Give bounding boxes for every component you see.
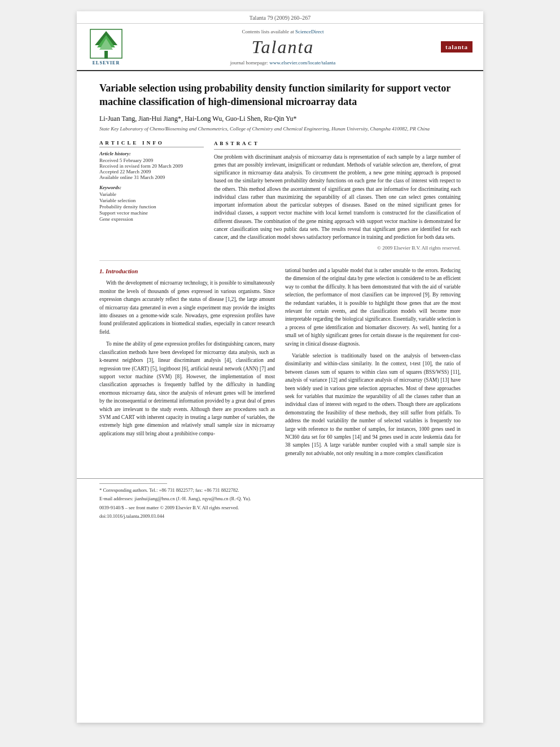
para-4-text: Variable selection is traditionally base… [285, 352, 461, 457]
history-label: Article history: [99, 151, 204, 156]
issn-footnote: 0039-9140/$ – see front matter © 2009 El… [99, 505, 461, 512]
intro-para-1: With the development of microarray techn… [99, 279, 275, 336]
section-divider [99, 260, 461, 261]
intro-para-4: Variable selection is traditionally base… [285, 352, 461, 457]
section-num: 1. [99, 268, 104, 274]
para-3-text: tational burden and a lapsable model tha… [285, 268, 461, 347]
accepted-date: Accepted 22 March 2009 [99, 169, 204, 174]
keywords-label: Keywords: [99, 185, 204, 190]
affiliation: State Key Laboratory of Chemo/Biosensing… [99, 125, 461, 133]
abstract-text: One problem with discriminant analysis o… [214, 153, 461, 242]
keyword-4: Support vector machine [99, 210, 204, 216]
article-info-col: A R T I C L E I N F O Article history: R… [99, 140, 204, 252]
journal-homepage: journal homepage: www.elsevier.com/locat… [230, 60, 335, 65]
journal-citation: Talanta 79 (2009) 260–267 [250, 15, 310, 21]
sciencedirect-prefix: Contents lists available at [242, 29, 294, 34]
journal-homepage-url[interactable]: www.elsevier.com/locate/talanta [269, 60, 335, 65]
received-date: Received 5 February 2009 [99, 158, 204, 163]
body-right-col: tational burden and a lapsable model tha… [285, 267, 461, 461]
keyword-5: Gene expression [99, 216, 204, 222]
elsevier-logo: ELSEVIER [84, 28, 129, 65]
para-2-text: To mine the ability of gene expression p… [99, 340, 275, 438]
authors: Li-Juan Tang, Jian-Hui Jiang*, Hai-Long … [99, 115, 461, 123]
doi-footnote: doi:10.1016/j.talanta.2009.03.044 [99, 513, 461, 519]
elsevier-text: ELSEVIER [93, 60, 120, 65]
article-title: Variable selection using probability den… [99, 81, 461, 109]
talanta-badge: talanta [437, 28, 476, 65]
info-abstract-section: A R T I C L E I N F O Article history: R… [99, 140, 461, 252]
abstract-col: A B S T R A C T One problem with discrim… [214, 140, 461, 252]
copyright-line: © 2009 Elsevier B.V. All rights reserved… [214, 244, 461, 252]
keyword-3: Probability density function [99, 204, 204, 209]
journal-center: Contents lists available at ScienceDirec… [134, 28, 431, 65]
para-1-text: With the development of microarray techn… [99, 279, 275, 336]
abstract-heading: A B S T R A C T [214, 140, 461, 150]
section-title-text: Introduction [106, 268, 138, 274]
journal-header: ELSEVIER Contents lists available at Sci… [77, 24, 483, 71]
article-info-heading: A R T I C L E I N F O [99, 140, 204, 147]
keyword-2: Variable selection [99, 198, 204, 203]
intro-para-2: To mine the ability of gene expression p… [99, 340, 275, 438]
body-left-col: 1. Introduction With the development of … [99, 267, 275, 461]
journal-page: Talanta 79 (2009) 260–267 ELSEVIER Conte… [77, 11, 483, 723]
journal-title: Talanta [252, 37, 314, 58]
email-footnote: E-mail addresses: jianhuijiang@hnu.cn (J… [99, 496, 461, 503]
available-date: Available online 31 March 2009 [99, 174, 204, 180]
top-bar: Talanta 79 (2009) 260–267 [77, 11, 483, 24]
section-1-title: 1. Introduction [99, 267, 275, 276]
corresponding-footnote: * Corresponding authors. Tel.: +86 731 8… [99, 487, 461, 494]
elsevier-tree-icon [89, 28, 123, 59]
received-revised-date: Received in revised form 20 March 2009 [99, 163, 204, 169]
svg-rect-0 [104, 51, 108, 59]
footnote-divider [99, 483, 167, 484]
sciencedirect-line: Contents lists available at ScienceDirec… [242, 29, 324, 34]
talanta-badge-text: talanta [441, 41, 473, 53]
body-section: 1. Introduction With the development of … [99, 267, 461, 461]
article-content: Variable selection using probability den… [77, 71, 483, 473]
footnote-area: * Corresponding authors. Tel.: +86 731 8… [77, 478, 483, 525]
journal-homepage-label: journal homepage: [230, 60, 268, 65]
intro-para-3: tational burden and a lapsable model tha… [285, 267, 461, 348]
sciencedirect-link[interactable]: ScienceDirect [295, 29, 323, 34]
keyword-1: Variable [99, 191, 204, 197]
